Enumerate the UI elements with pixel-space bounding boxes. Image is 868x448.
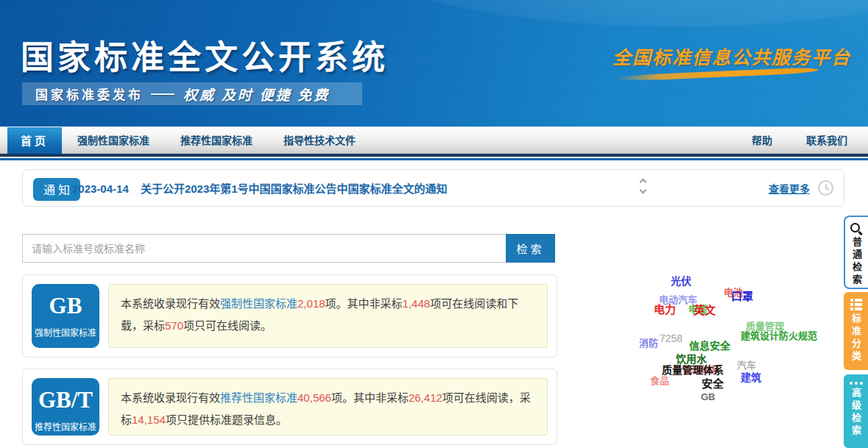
wordcloud-word[interactable]: 安全 xyxy=(702,378,724,391)
chevron-up-icon[interactable] xyxy=(639,179,646,186)
wordcloud-word[interactable]: 消防 xyxy=(639,338,658,349)
card-text-text: 本系统收录现行有效 xyxy=(121,297,220,310)
card-text-link[interactable]: 强制性国家标准 xyxy=(220,297,297,310)
wordcloud-word[interactable]: 英文 xyxy=(694,305,716,317)
nav-tabs: 首页强制性国家标准推荐性国家标准指导性技术文件 xyxy=(0,127,371,154)
gb-name-label: 强制性国家标准 xyxy=(32,326,99,338)
wordcloud-word[interactable]: 信息安全 xyxy=(689,341,730,352)
card-text-num: 2,018 xyxy=(297,297,325,310)
card-text-num: 1,448 xyxy=(403,297,431,310)
wordcloud-word[interactable]: 食品 xyxy=(650,376,669,386)
card-text-text: 项只提供标准题录信息。 xyxy=(166,413,287,426)
page: 国家标准全文公开系统 国家标准委发布 —— 权威 及时 便捷 免费 全国标准信息… xyxy=(0,0,868,448)
gb-tile-button[interactable]: GB 强制性国家标准 xyxy=(32,284,99,348)
chevron-down-icon[interactable] xyxy=(639,187,646,194)
card-text-link[interactable]: 推荐性国家标准 xyxy=(220,391,297,404)
nav-item-help[interactable]: 帮助 xyxy=(752,127,772,154)
gbt-code-label: GB/T xyxy=(32,387,99,413)
wordcloud-word[interactable]: 质量管理体系 xyxy=(662,365,724,376)
publisher-label: 国家标准委发布 xyxy=(35,85,144,103)
view-more-link[interactable]: 查看更多 xyxy=(769,181,810,196)
gbt-name-label: 推荐性国家标准 xyxy=(32,420,99,433)
card-text-num: 570 xyxy=(165,319,183,332)
card-text-num: 26,412 xyxy=(409,391,442,404)
card-text-text: 项只可在线阅读。 xyxy=(183,319,272,332)
wordcloud-word[interactable]: 建筑设计防火规范 xyxy=(741,331,817,341)
wordcloud-word[interactable]: 建筑 xyxy=(741,372,761,383)
wordcloud-word[interactable]: 7258 xyxy=(660,333,682,344)
notice-bar: 通知 2023-04-14 关于公开2023年第1号中国国家标准公告中国家标准全… xyxy=(22,169,844,207)
gbt-tile-button[interactable]: GB/T 推荐性国家标准 xyxy=(32,378,99,435)
site-title: 国家标准全文公开系统 xyxy=(21,31,389,79)
notice-link[interactable]: 2023-04-14 关于公开2023年第1号中国国家标准公告中国家标准全文的通… xyxy=(72,180,448,196)
notice-scroll-controls xyxy=(638,179,647,193)
header-sub-band: 国家标准委发布 —— 权威 及时 便捷 免费 xyxy=(22,82,362,105)
card-text-num: 14,154 xyxy=(132,413,166,426)
nav-tab-0[interactable]: 首页 xyxy=(7,127,62,154)
gb-description: 本系统收录现行有效强制性国家标准2,018项。其中非采标1,448项可在线阅读和… xyxy=(108,284,548,348)
gb-card: GB 强制性国家标准 本系统收录现行有效强制性国家标准2,018项。其中非采标1… xyxy=(22,274,557,358)
wordcloud-word[interactable]: 汽车 xyxy=(737,360,756,371)
clock-icon xyxy=(818,180,833,196)
side-button-advanced-search[interactable]: 高级检索 xyxy=(844,374,868,448)
nav-tab-1[interactable]: 强制性国家标准 xyxy=(62,127,165,154)
word-cloud: 光伏电池口罩电动汽车电力电缆英文质量管理建筑设计防火规范7258消防信息安全饮用… xyxy=(626,272,839,412)
card-text-text: 项。其中非采标 xyxy=(331,391,409,404)
header-slogan: 权威 及时 便捷 免费 xyxy=(183,84,330,104)
platform-slogan: 全国标准信息公共服务平台 xyxy=(613,43,851,69)
search-input[interactable] xyxy=(22,234,506,263)
nav-divider-blue xyxy=(0,158,868,160)
gbt-description: 本系统收录现行有效推荐性国家标准40,566项。其中非采标26,412项可在线阅… xyxy=(108,378,548,435)
wordcloud-word[interactable]: GB xyxy=(701,392,716,402)
wordcloud-word[interactable]: 电力 xyxy=(654,304,676,316)
search-icon xyxy=(850,223,863,235)
side-button-label: 普通检索 xyxy=(850,237,864,287)
nav-right-links: 帮助 联系我们 xyxy=(752,127,847,154)
card-text-num: 40,566 xyxy=(297,391,331,404)
gbt-card: GB/T 推荐性国家标准 本系统收录现行有效推荐性国家标准40,566项。其中非… xyxy=(22,369,557,445)
nav-tab-2[interactable]: 推荐性国家标准 xyxy=(165,127,268,154)
nav-tab-3[interactable]: 指导性技术文件 xyxy=(268,127,371,154)
main-nav: 首页强制性国家标准推荐性国家标准指导性技术文件 帮助 联系我们 xyxy=(0,127,868,154)
notice-date: 2023-04-14 xyxy=(72,182,129,195)
wordcloud-word[interactable]: 口罩 xyxy=(731,291,753,303)
side-button-basic-search[interactable]: 普通检索 xyxy=(844,216,868,289)
notice-title: 关于公开2023年第1号中国国家标准公告中国家标准全文的通知 xyxy=(141,182,448,195)
side-button-standard-category[interactable]: 标准分类 xyxy=(844,292,868,370)
wordcloud-word[interactable]: 光伏 xyxy=(671,276,691,287)
dots-icon xyxy=(844,382,868,385)
header-banner: 国家标准全文公开系统 国家标准委发布 —— 权威 及时 便捷 免费 全国标准信息… xyxy=(0,0,868,127)
gb-code-label: GB xyxy=(32,293,99,319)
card-text-text: 项。其中非采标 xyxy=(325,297,403,310)
dash-separator: —— xyxy=(151,87,173,102)
search-button[interactable]: 检索 xyxy=(506,234,555,263)
card-text-text: 本系统收录现行有效 xyxy=(121,391,220,404)
list-icon xyxy=(850,299,862,310)
nav-item-contact[interactable]: 联系我们 xyxy=(806,127,847,154)
side-button-label: 高级检索 xyxy=(849,388,863,438)
side-button-label: 标准分类 xyxy=(849,313,863,363)
